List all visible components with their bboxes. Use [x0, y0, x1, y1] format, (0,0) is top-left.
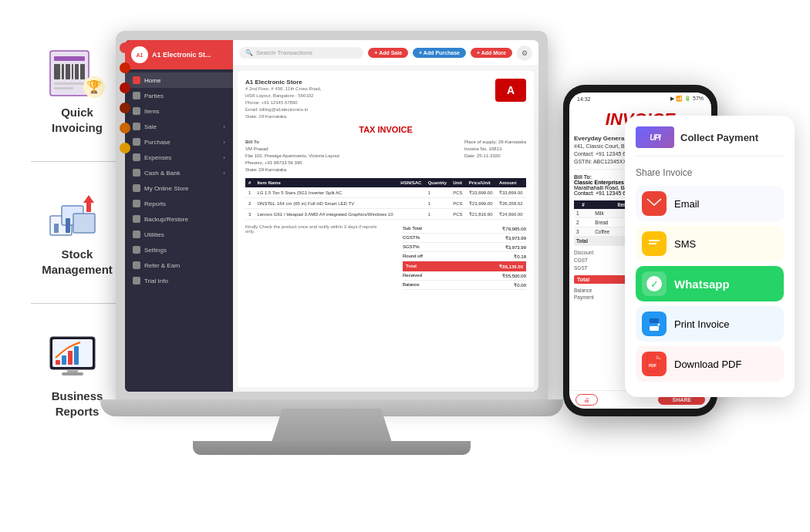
sms-label: SMS — [674, 238, 696, 250]
store-avatar: A1 — [131, 46, 148, 63]
table-row: 3 Lenovo G61 / Ideapad 3 AMD A4 integrat… — [245, 209, 526, 220]
quick-invoicing-label: QuickInvoicing — [52, 105, 103, 135]
online-store-icon — [133, 184, 140, 192]
svg-rect-25 — [62, 372, 83, 375]
svg-text:✓: ✓ — [650, 278, 659, 290]
color-dot-4[interactable] — [120, 103, 130, 113]
svg-rect-8 — [54, 82, 85, 85]
sidebar-item-parties[interactable]: Parties — [125, 88, 233, 103]
svg-rect-27 — [646, 237, 663, 247]
stock-management-icon — [46, 188, 108, 242]
roundoff-row: Round off ₹0.18 — [403, 252, 526, 261]
svg-point-36 — [658, 324, 660, 326]
svg-rect-4 — [66, 64, 70, 79]
sidebar-item-reports[interactable]: Reports — [125, 196, 233, 211]
terms-text: Kindly Check the product once and notify… — [245, 224, 384, 234]
search-placeholder: Search Transactions — [256, 49, 312, 56]
laptop-feet — [193, 441, 471, 455]
color-dot-3[interactable] — [120, 82, 130, 93]
sidebar-item-utilities[interactable]: Utilities — [125, 227, 233, 242]
share-whatsapp-option[interactable]: ✓ Whatsapp — [636, 266, 784, 301]
sms-icon — [642, 231, 667, 256]
color-dot-5[interactable] — [120, 123, 130, 133]
sidebar-item-home[interactable]: Home — [125, 72, 233, 88]
sidebar-item-backup[interactable]: Backup/Restore — [125, 211, 233, 227]
svg-rect-22 — [68, 351, 73, 365]
balance-row: Balance ₹0.00 — [403, 281, 526, 290]
whatsapp-label: Whatsapp — [674, 278, 730, 291]
color-dot-6[interactable] — [120, 143, 130, 153]
sale-icon — [133, 123, 140, 130]
sidebar-item-sale[interactable]: Sale › — [125, 119, 233, 134]
add-more-button[interactable]: + Add More — [471, 48, 512, 58]
sidebar-item-expenses[interactable]: Expenses › — [125, 150, 233, 165]
col-amount: Amount — [496, 178, 526, 187]
svg-rect-3 — [62, 64, 64, 79]
svg-text:🏆: 🏆 — [86, 79, 102, 94]
store-name: A1 Electronic St... — [152, 51, 211, 59]
color-palette — [120, 42, 130, 153]
laptop-screen: A1 A1 Electronic St... Home Parties Item… — [125, 40, 538, 392]
email-icon — [642, 191, 667, 216]
stock-management-label: StockManagement — [42, 247, 113, 277]
invoice-company-info: A1 Electronic Store # 2nd Floor, # 456, … — [245, 79, 321, 120]
company-name: A1 Electronic Store — [245, 79, 321, 86]
settings-gear-button[interactable]: ⚙ — [517, 45, 532, 61]
svg-rect-21 — [62, 355, 66, 365]
table-row: 2 ONSTEL 164 cm (65 in) Full HD Smart LE… — [245, 198, 526, 209]
tax-invoice-title: TAX INVOICE — [245, 125, 526, 134]
sidebar-item-trial[interactable]: Trial Info — [125, 273, 233, 288]
color-dot-1[interactable] — [120, 42, 130, 53]
collect-payment-text: Collect Payment — [680, 132, 758, 143]
col-qty: Quantity — [425, 178, 451, 187]
sidebar-item-online-store[interactable]: My Online Store — [125, 180, 233, 196]
phone-status-bar: 14:32 ▶ 📶 🔋 57% — [569, 93, 711, 105]
refer-icon — [133, 261, 140, 269]
business-reports-label: BusinessReports — [52, 389, 103, 419]
sidebar-item-purchase[interactable]: Purchase › — [125, 134, 233, 150]
app-main: 🔍 Search Transactions + Add Sale + Add P… — [233, 40, 538, 392]
search-box[interactable]: 🔍 Search Transactions — [239, 47, 363, 59]
expenses-icon — [133, 153, 140, 161]
laptop: A1 A1 Electronic St... Home Parties Item… — [116, 31, 563, 478]
pdf-icon: PDF — [642, 352, 667, 376]
svg-rect-2 — [54, 64, 60, 79]
print-invoice-label: Print Invoice — [674, 318, 730, 330]
share-pdf-option[interactable]: PDF Download PDF — [636, 346, 784, 382]
sidebar-item-items[interactable]: Items — [125, 103, 233, 119]
feature-stock-management: StockManagement — [42, 188, 113, 277]
invoice-table: # Item Name HSN/SAC Quantity Unit Price/… — [245, 178, 526, 220]
sidebar-item-refer[interactable]: Refer & Earn — [125, 258, 233, 273]
share-invoice-label: Share Invoice — [636, 167, 784, 178]
color-dot-2[interactable] — [120, 62, 130, 73]
phone-print-button[interactable]: 🖨 — [575, 394, 598, 406]
invoice-header: A1 Electronic Store # 2nd Floor, # 456, … — [245, 79, 526, 120]
share-sms-option[interactable]: SMS — [636, 226, 784, 261]
add-sale-button[interactable]: + Add Sale — [368, 48, 408, 58]
svg-rect-23 — [74, 346, 79, 365]
svg-rect-17 — [66, 218, 70, 233]
svg-rect-29 — [649, 240, 660, 241]
phone-time: 14:32 — [577, 96, 591, 102]
svg-marker-15 — [83, 195, 94, 212]
svg-rect-34 — [650, 318, 659, 323]
invoice-footer: Kindly Check the product once and notify… — [245, 224, 526, 290]
sidebar-item-cash-bank[interactable]: Cash & Bank › — [125, 165, 233, 180]
sidebar-item-settings[interactable]: Settings — [125, 242, 233, 258]
share-print-option[interactable]: Print Invoice — [636, 306, 784, 342]
invoice-area: A1 Electronic Store # 2nd Floor, # 456, … — [238, 71, 534, 387]
quick-invoicing-icon: 🏆 — [46, 46, 108, 100]
invoice-totals: Sub Total ₹79,065.00 CGST% ₹3,973.99 SGS… — [403, 224, 526, 290]
svg-rect-16 — [54, 224, 59, 233]
col-no: # — [245, 178, 254, 187]
svg-rect-7 — [80, 64, 85, 79]
share-email-option[interactable]: Email — [636, 186, 784, 221]
sidebar-header: A1 A1 Electronic St... — [125, 40, 233, 69]
upi-logo: UPI — [636, 126, 674, 148]
backup-icon — [133, 215, 140, 223]
invoice-meta: Place of supply: 29-Karnataka Invoice No… — [464, 139, 526, 173]
business-reports-icon — [46, 330, 108, 384]
svg-rect-6 — [75, 64, 79, 79]
whatsapp-icon: ✓ — [642, 271, 667, 296]
add-purchase-button[interactable]: + Add Purchase — [413, 48, 466, 58]
